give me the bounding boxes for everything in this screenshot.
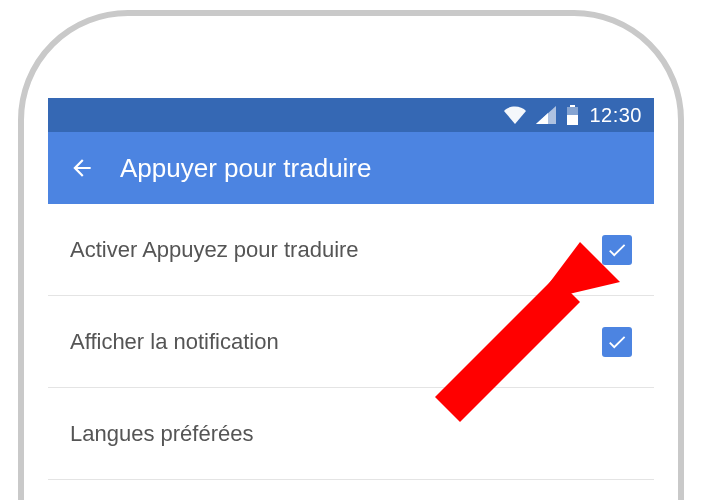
svg-rect-0 [570, 105, 575, 107]
status-bar: 12:30 [48, 98, 654, 132]
setting-preferred-languages[interactable]: Langues préférées [48, 388, 654, 480]
arrow-back-icon [69, 155, 95, 181]
phone-frame: 12:30 Appuyer pour traduire Activer Appu… [18, 10, 684, 500]
setting-label: Langues préférées [70, 421, 253, 447]
back-button[interactable] [68, 154, 96, 182]
setting-show-notification[interactable]: Afficher la notification [48, 296, 654, 388]
app-bar: Appuyer pour traduire [48, 132, 654, 204]
setting-label: Afficher la notification [70, 329, 279, 355]
signal-icon [536, 106, 556, 124]
settings-list: Activer Appuyez pour traduire Afficher l… [48, 204, 654, 480]
page-title: Appuyer pour traduire [120, 153, 371, 184]
screen: 12:30 Appuyer pour traduire Activer Appu… [48, 98, 654, 500]
check-icon [606, 239, 628, 261]
setting-label: Activer Appuyez pour traduire [70, 237, 359, 263]
svg-rect-2 [567, 115, 578, 125]
check-icon [606, 331, 628, 353]
wifi-icon [504, 106, 526, 124]
status-time: 12:30 [589, 104, 642, 127]
checkbox-notification[interactable] [602, 327, 632, 357]
setting-activate-tap-to-translate[interactable]: Activer Appuyez pour traduire [48, 204, 654, 296]
battery-icon [566, 105, 579, 125]
checkbox-activate[interactable] [602, 235, 632, 265]
